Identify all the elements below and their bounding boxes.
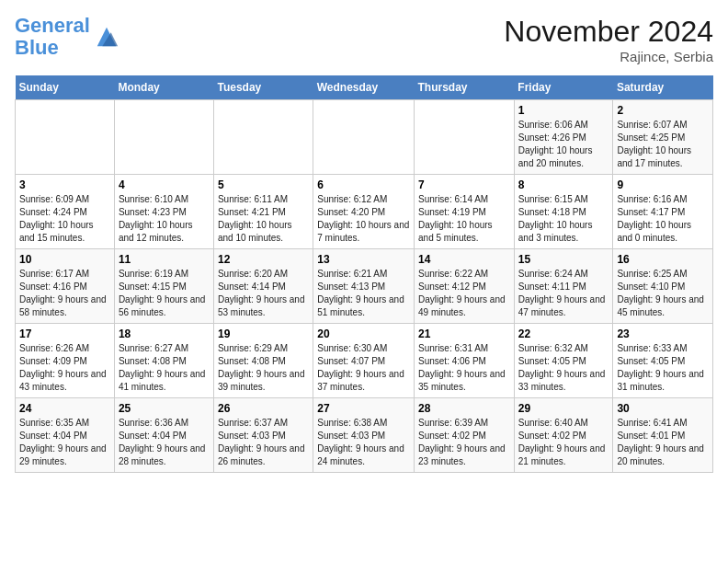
- calendar-cell: 30Sunrise: 6:41 AM Sunset: 4:01 PM Dayli…: [613, 398, 713, 473]
- day-info: Sunrise: 6:39 AM Sunset: 4:02 PM Dayligh…: [418, 417, 510, 468]
- calendar-cell: 22Sunrise: 6:32 AM Sunset: 4:05 PM Dayli…: [514, 324, 613, 398]
- day-info: Sunrise: 6:14 AM Sunset: 4:19 PM Dayligh…: [418, 193, 510, 245]
- day-number: 28: [418, 402, 510, 415]
- calendar-cell: 19Sunrise: 6:29 AM Sunset: 4:08 PM Dayli…: [213, 324, 313, 398]
- calendar-cell: 21Sunrise: 6:31 AM Sunset: 4:06 PM Dayli…: [415, 324, 515, 398]
- day-info: Sunrise: 6:29 AM Sunset: 4:08 PM Dayligh…: [218, 342, 309, 394]
- calendar-cell: 28Sunrise: 6:39 AM Sunset: 4:02 PM Dayli…: [415, 398, 515, 473]
- day-info: Sunrise: 6:32 AM Sunset: 4:05 PM Dayligh…: [518, 342, 609, 394]
- day-number: 1: [518, 104, 609, 117]
- calendar-cell: 11Sunrise: 6:19 AM Sunset: 4:15 PM Dayli…: [114, 249, 213, 324]
- day-number: 17: [19, 327, 110, 340]
- day-header: Sunday: [16, 75, 115, 100]
- day-info: Sunrise: 6:17 AM Sunset: 4:16 PM Dayligh…: [19, 268, 110, 319]
- calendar-cell: 10Sunrise: 6:17 AM Sunset: 4:16 PM Dayli…: [16, 249, 115, 324]
- day-header: Monday: [114, 75, 213, 100]
- day-info: Sunrise: 6:11 AM Sunset: 4:21 PM Dayligh…: [218, 193, 309, 245]
- calendar-cell: 5Sunrise: 6:11 AM Sunset: 4:21 PM Daylig…: [213, 175, 313, 249]
- day-number: 2: [617, 104, 709, 117]
- day-number: 23: [617, 327, 709, 340]
- day-info: Sunrise: 6:25 AM Sunset: 4:10 PM Dayligh…: [617, 268, 709, 319]
- day-number: 29: [518, 402, 609, 415]
- calendar-cell: 9Sunrise: 6:16 AM Sunset: 4:17 PM Daylig…: [613, 175, 713, 249]
- day-number: 12: [218, 253, 309, 266]
- day-number: 6: [317, 178, 410, 191]
- calendar-cell: 27Sunrise: 6:38 AM Sunset: 4:03 PM Dayli…: [313, 398, 415, 473]
- day-header: Thursday: [415, 75, 515, 100]
- day-header: Saturday: [613, 75, 713, 100]
- header: GeneralBlue November 2024 Rajince, Serbi…: [15, 15, 713, 64]
- logo-icon: [94, 24, 119, 50]
- day-info: Sunrise: 6:26 AM Sunset: 4:09 PM Dayligh…: [19, 342, 110, 394]
- calendar-cell: [114, 100, 213, 175]
- calendar-cell: 1Sunrise: 6:06 AM Sunset: 4:26 PM Daylig…: [514, 100, 613, 175]
- day-info: Sunrise: 6:15 AM Sunset: 4:18 PM Dayligh…: [518, 193, 609, 245]
- location: Rajince, Serbia: [504, 49, 713, 64]
- day-number: 26: [218, 402, 309, 415]
- calendar-body: 1Sunrise: 6:06 AM Sunset: 4:26 PM Daylig…: [16, 100, 713, 473]
- day-number: 5: [218, 178, 309, 191]
- calendar-cell: [415, 100, 515, 175]
- day-info: Sunrise: 6:07 AM Sunset: 4:25 PM Dayligh…: [617, 119, 709, 170]
- day-info: Sunrise: 6:36 AM Sunset: 4:04 PM Dayligh…: [119, 417, 210, 468]
- day-info: Sunrise: 6:35 AM Sunset: 4:04 PM Dayligh…: [19, 417, 110, 468]
- calendar-header-row: SundayMondayTuesdayWednesdayThursdayFrid…: [16, 75, 713, 100]
- calendar-cell: [313, 100, 415, 175]
- month-title: November 2024: [504, 15, 713, 49]
- calendar-cell: 3Sunrise: 6:09 AM Sunset: 4:24 PM Daylig…: [16, 175, 115, 249]
- calendar-cell: 6Sunrise: 6:12 AM Sunset: 4:20 PM Daylig…: [313, 175, 415, 249]
- day-info: Sunrise: 6:10 AM Sunset: 4:23 PM Dayligh…: [119, 193, 210, 245]
- calendar-cell: 7Sunrise: 6:14 AM Sunset: 4:19 PM Daylig…: [415, 175, 515, 249]
- calendar-cell: 26Sunrise: 6:37 AM Sunset: 4:03 PM Dayli…: [213, 398, 313, 473]
- day-info: Sunrise: 6:12 AM Sunset: 4:20 PM Dayligh…: [317, 193, 410, 245]
- day-number: 30: [617, 402, 709, 415]
- day-number: 14: [418, 253, 510, 266]
- day-header: Wednesday: [313, 75, 415, 100]
- calendar-cell: 20Sunrise: 6:30 AM Sunset: 4:07 PM Dayli…: [313, 324, 415, 398]
- calendar-cell: 18Sunrise: 6:27 AM Sunset: 4:08 PM Dayli…: [114, 324, 213, 398]
- day-number: 25: [119, 402, 210, 415]
- day-info: Sunrise: 6:37 AM Sunset: 4:03 PM Dayligh…: [218, 417, 309, 468]
- day-info: Sunrise: 6:16 AM Sunset: 4:17 PM Dayligh…: [617, 193, 709, 245]
- day-number: 11: [119, 253, 210, 266]
- day-info: Sunrise: 6:19 AM Sunset: 4:15 PM Dayligh…: [119, 268, 210, 319]
- calendar-cell: 13Sunrise: 6:21 AM Sunset: 4:13 PM Dayli…: [313, 249, 415, 324]
- day-number: 13: [317, 253, 410, 266]
- calendar-week-row: 17Sunrise: 6:26 AM Sunset: 4:09 PM Dayli…: [16, 324, 713, 398]
- day-number: 18: [119, 327, 210, 340]
- calendar-cell: 4Sunrise: 6:10 AM Sunset: 4:23 PM Daylig…: [114, 175, 213, 249]
- calendar-cell: 12Sunrise: 6:20 AM Sunset: 4:14 PM Dayli…: [213, 249, 313, 324]
- day-number: 7: [418, 178, 510, 191]
- calendar-cell: [16, 100, 115, 175]
- calendar-table: SundayMondayTuesdayWednesdayThursdayFrid…: [15, 75, 713, 473]
- calendar-cell: 17Sunrise: 6:26 AM Sunset: 4:09 PM Dayli…: [16, 324, 115, 398]
- day-number: 16: [617, 253, 709, 266]
- day-header: Friday: [514, 75, 613, 100]
- day-info: Sunrise: 6:33 AM Sunset: 4:05 PM Dayligh…: [617, 342, 709, 394]
- calendar-cell: 25Sunrise: 6:36 AM Sunset: 4:04 PM Dayli…: [114, 398, 213, 473]
- day-number: 20: [317, 327, 410, 340]
- calendar-cell: 8Sunrise: 6:15 AM Sunset: 4:18 PM Daylig…: [514, 175, 613, 249]
- calendar-cell: 24Sunrise: 6:35 AM Sunset: 4:04 PM Dayli…: [16, 398, 115, 473]
- calendar-cell: [213, 100, 313, 175]
- calendar-cell: 14Sunrise: 6:22 AM Sunset: 4:12 PM Dayli…: [415, 249, 515, 324]
- day-info: Sunrise: 6:06 AM Sunset: 4:26 PM Dayligh…: [518, 119, 609, 170]
- day-number: 27: [317, 402, 410, 415]
- calendar-cell: 29Sunrise: 6:40 AM Sunset: 4:02 PM Dayli…: [514, 398, 613, 473]
- day-number: 24: [19, 402, 110, 415]
- day-number: 19: [218, 327, 309, 340]
- day-number: 3: [19, 178, 110, 191]
- day-number: 4: [119, 178, 210, 191]
- day-number: 22: [518, 327, 609, 340]
- calendar-cell: 16Sunrise: 6:25 AM Sunset: 4:10 PM Dayli…: [613, 249, 713, 324]
- day-info: Sunrise: 6:24 AM Sunset: 4:11 PM Dayligh…: [518, 268, 609, 319]
- day-info: Sunrise: 6:41 AM Sunset: 4:01 PM Dayligh…: [617, 417, 709, 468]
- day-number: 8: [518, 178, 609, 191]
- calendar-cell: 2Sunrise: 6:07 AM Sunset: 4:25 PM Daylig…: [613, 100, 713, 175]
- logo-text: GeneralBlue: [15, 15, 90, 59]
- calendar-week-row: 10Sunrise: 6:17 AM Sunset: 4:16 PM Dayli…: [16, 249, 713, 324]
- day-number: 10: [19, 253, 110, 266]
- logo: GeneralBlue: [15, 15, 119, 59]
- calendar-week-row: 3Sunrise: 6:09 AM Sunset: 4:24 PM Daylig…: [16, 175, 713, 249]
- calendar-week-row: 1Sunrise: 6:06 AM Sunset: 4:26 PM Daylig…: [16, 100, 713, 175]
